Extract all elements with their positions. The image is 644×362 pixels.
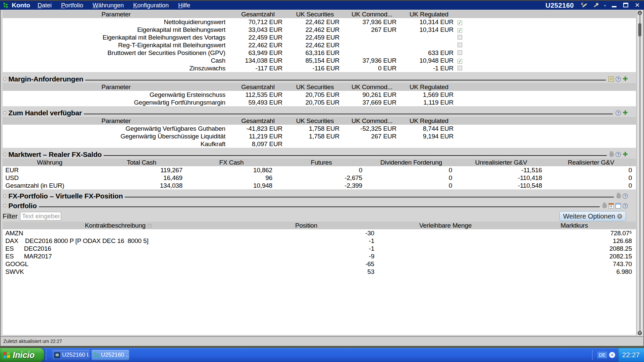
more-options-button[interactable]: Weitere Optionen ▼ <box>559 211 626 221</box>
portfolio-row[interactable]: AMZN-30728.07⁵ <box>3 229 636 237</box>
checkbox[interactable] <box>458 50 462 55</box>
value-cell: 633 EUR <box>400 49 458 57</box>
language-indicator[interactable]: DE <box>597 352 607 358</box>
start-button[interactable]: Inicio <box>0 348 44 362</box>
add-icon[interactable]: ✚ <box>623 152 628 157</box>
notes-icon[interactable] <box>608 76 614 82</box>
value-cell: 20,705 EUR <box>286 91 343 99</box>
taskbar-item-konto[interactable]: U252160 ... <box>92 350 129 360</box>
section-collapse-toggle[interactable] <box>3 204 6 207</box>
portfolio-row[interactable]: ES DEC2016-12088.25 <box>3 245 636 252</box>
sort-icon[interactable]: ▲ <box>148 224 152 228</box>
pin-icon[interactable] <box>593 2 599 9</box>
section-collapse-toggle[interactable] <box>3 153 6 156</box>
help-icon[interactable]: ? <box>615 152 621 157</box>
menu-item-portfolio[interactable]: Portfolio <box>61 2 83 9</box>
vertical-scrollbar[interactable]: ▲ ▼ <box>637 10 642 336</box>
window-icon[interactable] <box>615 203 621 208</box>
checkbox[interactable]: ✓ <box>458 59 462 64</box>
checkbox[interactable] <box>458 66 462 70</box>
value-cell: 10,948 EUR <box>400 57 458 64</box>
row-label: Gegenwärtig Ersteinschuss <box>3 91 229 99</box>
filter-input[interactable] <box>20 212 61 221</box>
window-menu-title[interactable]: Konto <box>12 2 30 9</box>
row-spacer <box>470 18 636 26</box>
wrench-icon[interactable] <box>581 2 588 9</box>
column-header: Futures <box>276 159 366 166</box>
table-header-row: ParameterGesamtzahlUK SecuritiesUK Commo… <box>3 10 636 18</box>
portfolio-row[interactable]: ES MAR2017-92082.15 <box>3 252 636 260</box>
checkbox-cell <box>458 91 470 99</box>
help-icon[interactable]: ? <box>615 110 621 116</box>
value-cell: 70,712 EUR <box>229 18 286 26</box>
calendar-icon[interactable] <box>608 203 614 208</box>
menu-item-hilfe[interactable]: Hilfe <box>178 2 190 9</box>
row-spacer <box>470 57 636 64</box>
row-spacer <box>470 26 636 34</box>
scrollbar-track[interactable] <box>640 15 640 331</box>
scrollbar-thumb[interactable] <box>638 23 641 37</box>
menu-bar: Datei Portfolio Währungen Konfiguration … <box>38 2 190 9</box>
header-spacer <box>458 10 470 18</box>
help-icon[interactable]: ? <box>623 193 628 199</box>
hand-icon[interactable] <box>602 203 607 208</box>
table-row: Gegenwärtig Verfügbares Guthaben-41,823 … <box>3 125 636 132</box>
value-cell: 2082.15 <box>513 252 636 260</box>
help-icon[interactable]: ? <box>623 203 628 208</box>
value-cell: 8,744 EUR <box>400 125 458 132</box>
value-cell: 1,758 EUR <box>286 125 343 132</box>
table-header-row: ParameterGesamtzahlUK SecuritiesUK Commo… <box>3 83 636 91</box>
header-spacer <box>458 83 470 91</box>
row-label: Eigenkapital mit Beleihungswert <box>3 26 229 34</box>
row-label: Reg-T-Eigenkapital mit Beleihungswert <box>3 41 229 49</box>
close-button[interactable]: × <box>634 2 641 8</box>
currency-cell: EUR <box>3 166 97 174</box>
portfolio-row[interactable]: DAX DEC2016 8000 P [P ODAX DEC 16 8000 5… <box>3 237 636 245</box>
hand-icon[interactable] <box>609 152 614 157</box>
header-spacer <box>470 83 636 91</box>
value-cell: 20,705 EUR <box>286 99 343 106</box>
portfolio-row[interactable]: SWVK536.980 <box>3 268 636 276</box>
value-cell <box>378 229 513 237</box>
tray-separator[interactable] <box>592 350 595 360</box>
value-cell: 0 <box>366 182 456 189</box>
section-collapse-toggle[interactable] <box>3 194 6 197</box>
column-header: Dividenden Forderung <box>366 159 456 166</box>
column-header: UK Securities <box>286 10 343 18</box>
menu-item-datei[interactable]: Datei <box>38 2 52 9</box>
menu-item-waehrungen[interactable]: Währungen <box>93 2 124 9</box>
column-header[interactable]: Kontraktbeschreibung▲ <box>3 222 234 229</box>
chevron-down-icon[interactable]: ▾ <box>604 4 606 7</box>
portfolio-row[interactable]: GOOGL-65743.70 <box>3 260 636 268</box>
header-spacer <box>470 117 636 125</box>
checkbox[interactable]: ✓ <box>458 20 462 25</box>
minimize-button[interactable] <box>611 2 618 8</box>
taskbar-separator[interactable] <box>46 350 50 360</box>
section-collapse-toggle[interactable] <box>3 111 6 114</box>
column-header: Unrealisierter G&V <box>456 159 546 166</box>
help-icon[interactable]: ? <box>615 76 621 82</box>
system-tray: 22:27 <box>618 348 644 362</box>
add-icon[interactable]: ✚ <box>623 76 628 82</box>
column-header: UK Regulated <box>400 117 458 125</box>
checkbox[interactable] <box>458 35 462 40</box>
column-header: Parameter <box>3 83 229 91</box>
menu-item-konfiguration[interactable]: Konfiguration <box>133 2 169 9</box>
section-header-fxportfolio: FX-Portfolio – Virtuelle FX-Position ? <box>3 192 636 200</box>
maximize-button[interactable] <box>623 2 629 8</box>
table-header-row: Kontraktbeschreibung▲PositionVerleihbare… <box>3 222 636 229</box>
checkbox[interactable]: ✓ <box>458 28 462 33</box>
section-collapse-toggle[interactable] <box>3 77 6 80</box>
tray-collapse-icon[interactable]: < <box>609 352 615 358</box>
value-cell: 267 EUR <box>343 132 400 140</box>
hand-icon[interactable] <box>616 193 621 198</box>
green-dots-icon <box>94 353 99 358</box>
add-icon[interactable]: ✚ <box>623 110 628 116</box>
scroll-up-icon[interactable]: ▲ <box>638 11 642 15</box>
taskbar-item-tws[interactable]: IB U252160 I... <box>52 350 90 360</box>
value-cell: 85,154 EUR <box>286 57 343 64</box>
checkbox[interactable] <box>458 43 462 47</box>
scroll-down-icon[interactable]: ▼ <box>638 331 642 335</box>
table-row: Gegenwärtig Ersteinschuss112,535 EUR20,7… <box>3 91 636 99</box>
taskbar: Inicio IB U252160 I... U252160 ... DE < … <box>0 348 644 362</box>
